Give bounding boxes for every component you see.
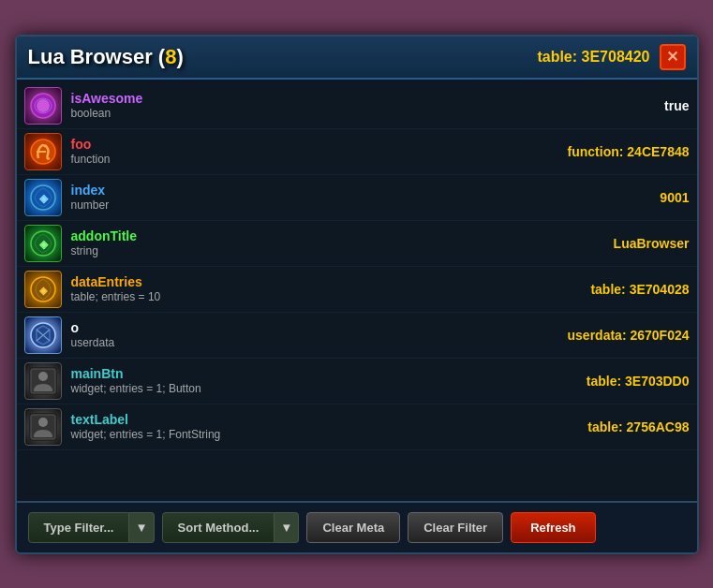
entry-info: textLabelwidget; entries = 1; FontString (71, 411, 588, 443)
entry-info: dataEntriestable; entries = 10 (71, 273, 591, 305)
entry-type: table; entries = 10 (71, 290, 591, 305)
lua-browser-window: Lua Browser (8) table: 3E708420 ✕ isAwes… (15, 35, 699, 554)
entry-info: ouserdata (71, 319, 568, 351)
entry-icon-5 (24, 316, 62, 354)
svg-point-1 (37, 99, 50, 112)
entry-value: userdata: 2670F024 (568, 328, 690, 343)
entry-info: addonTitlestring (71, 228, 614, 259)
entry-icon-2: ◈ (24, 179, 62, 216)
entry-icon-3: ◈ (24, 225, 62, 262)
type-filter-arrow[interactable]: ▼ (129, 512, 154, 543)
entry-type: number (71, 198, 661, 213)
entry-value: true (664, 98, 689, 113)
entry-icon-6 (24, 362, 62, 400)
title-suffix: ) (176, 45, 183, 68)
entry-type: boolean (71, 107, 665, 122)
title-bar: Lua Browser (8) table: 3E708420 ✕ (17, 37, 697, 80)
entry-info: foofunction (71, 136, 568, 168)
entry-icon-4: ◈ (24, 271, 62, 308)
entry-info: mainBtnwidget; entries = 1; Button (71, 365, 587, 397)
table-row[interactable]: ◈ addonTitlestringLuaBrowser (17, 221, 697, 267)
clear-filter-button[interactable]: Clear Filter (408, 512, 503, 543)
entry-type: function (71, 153, 568, 168)
entry-value: 9001 (660, 190, 689, 205)
table-row[interactable]: ouserdatauserdata: 2670F024 (17, 313, 697, 359)
svg-text:◈: ◈ (37, 238, 48, 251)
entry-value: table: 2756AC98 (587, 419, 689, 434)
title-right: table: 3E708420 ✕ (537, 44, 685, 70)
type-filter-button[interactable]: Type Filter... (28, 512, 130, 543)
footer: Type Filter... ▼ Sort Method... ▼ Clear … (17, 501, 697, 552)
table-address: table: 3E708420 (537, 49, 649, 66)
entry-info: isAwesomeboolean (71, 90, 665, 122)
table-row[interactable]: mainBtnwidget; entries = 1; Buttontable:… (17, 359, 697, 404)
svg-text:◈: ◈ (37, 192, 48, 205)
entry-name: dataEntries (71, 273, 591, 290)
table-row[interactable]: foofunctionfunction: 24CE7848 (17, 129, 697, 175)
sort-method-group: Sort Method... ▼ (162, 512, 300, 543)
close-button[interactable]: ✕ (660, 44, 686, 70)
svg-text:◈: ◈ (38, 285, 48, 296)
entry-icon-7 (24, 408, 62, 446)
table-row[interactable]: ◈ indexnumber9001 (17, 175, 697, 221)
sort-method-button[interactable]: Sort Method... (162, 512, 275, 543)
entry-value: table: 3E703DD0 (587, 374, 690, 389)
entry-name: textLabel (71, 411, 588, 428)
entry-value: function: 24CE7848 (568, 144, 690, 159)
entry-name: addonTitle (71, 228, 614, 244)
entry-type: userdata (71, 336, 568, 351)
entry-name: isAwesome (71, 90, 665, 107)
entry-value: table: 3E704028 (590, 282, 689, 297)
table-row[interactable]: ◈ dataEntriestable; entries = 10table: 3… (17, 267, 697, 313)
entry-type: widget; entries = 1; FontString (71, 428, 588, 443)
type-filter-group: Type Filter... ▼ (28, 512, 155, 543)
entry-name: foo (71, 136, 568, 153)
entry-name: o (71, 319, 568, 336)
window-title: Lua Browser (8) (28, 45, 184, 69)
entry-icon-0 (24, 87, 62, 125)
entry-name: mainBtn (71, 365, 587, 382)
title-prefix: Lua Browser ( (28, 45, 166, 68)
entry-count: 8 (165, 45, 176, 68)
refresh-button[interactable]: Refresh (511, 512, 595, 543)
entry-type: widget; entries = 1; Button (71, 382, 587, 397)
entry-info: indexnumber (71, 182, 661, 213)
entry-name: index (71, 182, 661, 198)
sort-method-arrow[interactable]: ▼ (275, 512, 299, 543)
entry-icon-1 (24, 133, 62, 170)
svg-point-12 (38, 372, 48, 381)
svg-point-15 (38, 418, 48, 427)
entry-type: string (71, 244, 614, 259)
table-row[interactable]: isAwesomebooleantrue (17, 83, 697, 129)
entry-value: LuaBrowser (614, 236, 690, 251)
content-area: isAwesomebooleantrue foofunctionfunction… (17, 80, 697, 501)
table-row[interactable]: textLabelwidget; entries = 1; FontString… (17, 404, 697, 450)
clear-meta-button[interactable]: Clear Meta (306, 512, 400, 543)
